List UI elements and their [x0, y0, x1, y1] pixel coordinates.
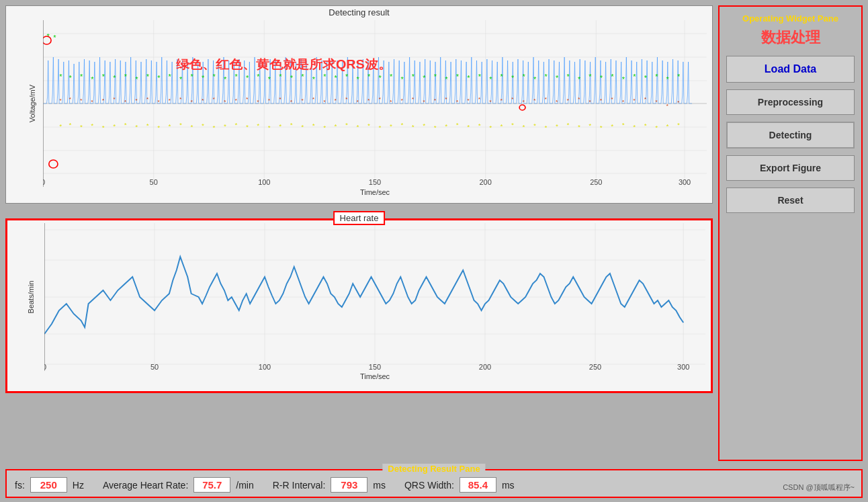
svg-text:*: *	[102, 124, 105, 130]
svg-text:*: *	[135, 75, 138, 83]
svg-text:*: *	[91, 75, 93, 83]
svg-text:*: *	[544, 124, 547, 130]
bottom-chart: Heart rate Beats/min	[5, 218, 713, 393]
svg-text:*: *	[533, 75, 536, 83]
load-data-button[interactable]: Load Data	[726, 56, 855, 83]
svg-text:300: 300	[677, 364, 689, 370]
svg-text:*: *	[501, 97, 503, 103]
avg-hr-unit: /min	[236, 480, 253, 491]
result-pane: Detecting Result Pane fs: 250 Hz Average…	[5, 469, 863, 498]
svg-text:*: *	[434, 73, 437, 80]
svg-text:*: *	[445, 122, 447, 129]
bottom-chart-svg: 100 90 80 70 60 0 50 100 150 200 250 300	[44, 223, 705, 371]
svg-text:*: *	[345, 95, 348, 102]
svg-text:150: 150	[369, 364, 381, 370]
widget-pane-title: Operating Widget Pane	[726, 13, 855, 24]
svg-text:*: *	[124, 73, 127, 80]
svg-text:*: *	[290, 74, 293, 81]
svg-text:绿色、红色、黄色就是所求QRS波。: 绿色、红色、黄色就是所求QRS波。	[176, 58, 392, 71]
heart-rate-label: Heart rate	[333, 211, 386, 225]
svg-text:*: *	[523, 123, 525, 130]
svg-text:*: *	[69, 95, 71, 102]
svg-text:*: *	[456, 98, 459, 105]
svg-text:*: *	[489, 124, 492, 130]
svg-text:*: *	[677, 73, 680, 80]
top-chart-svg: 0.6 0.4 0.2 0 -0.2 -0.4 -0.6 0 50 100 15…	[43, 20, 707, 187]
svg-text:*: *	[566, 97, 569, 103]
svg-text:*: *	[191, 73, 193, 80]
svg-text:*: *	[234, 97, 237, 103]
svg-text:*: *	[146, 73, 149, 80]
svg-text:*: *	[345, 121, 348, 128]
svg-text:*: *	[113, 122, 116, 129]
svg-text:*: *	[179, 95, 182, 102]
svg-text:*: *	[113, 95, 116, 102]
result-fields: fs: 250 Hz Average Heart Rate: 75.7 /min…	[15, 474, 853, 493]
top-chart-title: Detecting result	[6, 6, 712, 19]
svg-text:150: 150	[369, 178, 381, 185]
svg-text:*: *	[157, 74, 160, 81]
fs-unit: Hz	[73, 480, 84, 491]
rr-value: 793	[331, 477, 367, 493]
bottom-x-axis-label: Time/sec	[44, 371, 705, 382]
svg-text:*: *	[390, 122, 392, 129]
svg-text:*: *	[655, 98, 658, 105]
svg-point-203	[519, 105, 525, 110]
avg-hr-label: Average Heart Rate:	[103, 480, 188, 491]
svg-text:*: *	[102, 73, 105, 80]
preprocessing-button[interactable]: Preprocessing	[726, 89, 855, 115]
svg-text:*: *	[279, 122, 281, 129]
svg-text:*: *	[59, 122, 62, 129]
svg-text:*: *	[367, 97, 370, 103]
svg-text:*: *	[169, 122, 171, 129]
svg-text:*: *	[202, 74, 204, 81]
svg-text:*: *	[290, 121, 293, 128]
svg-text:*: *	[323, 73, 326, 80]
svg-text:*: *	[157, 124, 160, 130]
svg-text:*: *	[622, 121, 625, 128]
svg-text:*: *	[390, 98, 392, 105]
svg-text:*: *	[234, 121, 237, 128]
rr-label: R-R Interval:	[273, 480, 326, 491]
svg-text:*: *	[301, 123, 304, 130]
qrs-value: 85.4	[460, 477, 496, 493]
svg-text:*: *	[191, 98, 193, 105]
svg-text:*: *	[390, 73, 392, 80]
svg-text:*: *	[622, 98, 625, 105]
svg-text:*: *	[511, 121, 514, 128]
svg-text:*: *	[59, 97, 62, 103]
svg-text:*: *	[445, 95, 447, 102]
svg-text:*: *	[367, 73, 370, 80]
svg-text:*: *	[335, 122, 337, 129]
svg-text:*: *	[367, 122, 370, 128]
svg-text:*: *	[169, 73, 171, 80]
svg-text:*: *	[279, 73, 281, 80]
svg-text:*: *	[600, 97, 603, 103]
svg-text:*: *	[268, 124, 271, 130]
svg-text:*: *	[633, 123, 636, 130]
detecting-button[interactable]: Detecting	[726, 122, 855, 149]
svg-text:*: *	[589, 122, 591, 128]
svg-text:*: *	[345, 73, 348, 80]
svg-text:*: *	[323, 124, 326, 130]
svg-text:*: *	[80, 97, 83, 103]
svg-text:*: *	[80, 73, 83, 80]
svg-text:*: *	[456, 121, 459, 128]
right-panel: Operating Widget Pane 数据处理 Load Data Pre…	[718, 5, 863, 461]
svg-text:*: *	[246, 123, 249, 130]
export-figure-button[interactable]: Export Figure	[726, 155, 855, 181]
pane-chinese-title: 数据处理	[726, 28, 855, 48]
svg-text:*: *	[666, 122, 669, 129]
fs-value: 250	[30, 477, 67, 493]
svg-text:50: 50	[150, 178, 158, 185]
svg-text:*: *	[113, 74, 116, 81]
svg-text:*: *	[644, 122, 647, 128]
svg-text:*: *	[544, 95, 547, 102]
svg-text:*: *	[268, 97, 271, 103]
svg-text:*: *	[611, 95, 613, 102]
svg-text:*: *	[69, 74, 71, 81]
svg-text:*: *	[335, 74, 337, 81]
svg-text:*: *	[478, 73, 481, 80]
reset-button[interactable]: Reset	[726, 187, 855, 213]
top-x-axis-label: Time/sec	[43, 187, 707, 198]
